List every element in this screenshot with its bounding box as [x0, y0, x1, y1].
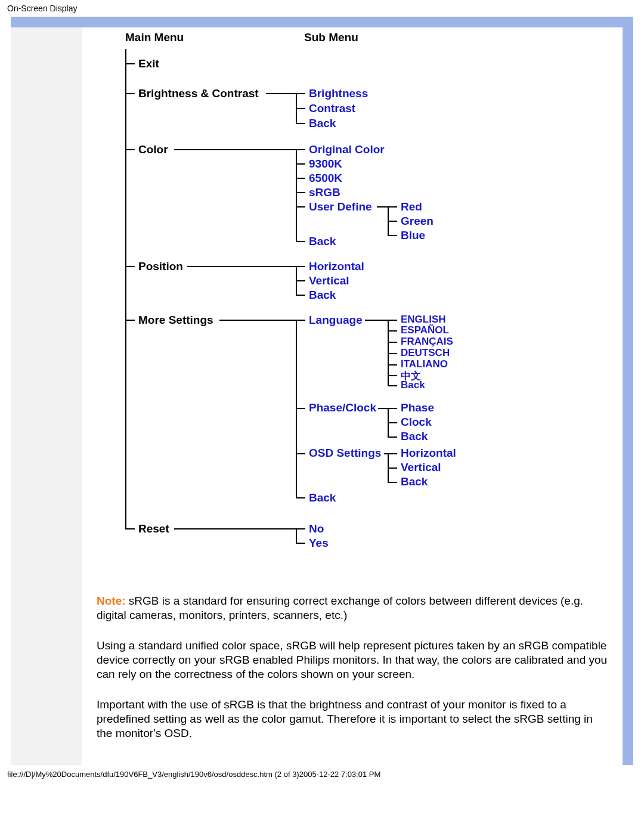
tree-line	[296, 453, 305, 454]
osd-tree-diagram: Main Menu Sub Menu Exit Brightness & Con…	[97, 27, 608, 576]
tree-line	[187, 266, 296, 267]
tree-line	[365, 320, 388, 321]
tree-line	[388, 385, 397, 386]
sub-horizontal: Horizontal	[309, 260, 364, 273]
tree-line	[296, 206, 305, 208]
tree-line	[296, 280, 305, 281]
tree-line	[378, 408, 388, 409]
note-paragraph: Note: sRGB is a standard for ensuring co…	[97, 594, 608, 623]
tert-deutsch: DEUTSCH	[401, 347, 450, 359]
tree-line	[296, 93, 305, 94]
sub-menu-header: Sub Menu	[304, 31, 358, 44]
tree-line	[296, 123, 305, 124]
sub-brightness: Brightness	[309, 87, 368, 100]
tert-osd-horizontal: Horizontal	[401, 447, 456, 460]
header-title: On-Screen Display	[0, 0, 644, 17]
footer-path: file:///D|/My%20Documents/dfu/190V6FB_V3…	[0, 765, 644, 784]
sub-back-color: Back	[309, 235, 336, 248]
tree-line	[125, 93, 135, 94]
tert-italiano: ITALIANO	[401, 358, 448, 370]
tert-blue: Blue	[401, 229, 425, 242]
tree-line	[388, 364, 397, 366]
sub-6500k: 6500K	[309, 172, 342, 185]
menu-brightness-contrast: Brightness & Contrast	[138, 87, 259, 100]
sub-user-define: User Define	[309, 200, 372, 213]
menu-position: Position	[138, 260, 183, 273]
tree-line	[296, 108, 305, 109]
sub-contrast: Contrast	[309, 102, 355, 115]
tree-line	[296, 497, 305, 498]
tree-line	[296, 408, 305, 409]
tree-line	[388, 422, 397, 423]
tree-line	[388, 342, 397, 343]
tert-osd-vertical: Vertical	[401, 461, 441, 474]
note-rest: sRGB is a standard for ensuring correct …	[97, 594, 583, 621]
menu-exit: Exit	[138, 57, 159, 70]
description-paragraphs: Note: sRGB is a standard for ensuring co…	[97, 576, 608, 741]
tree-line	[174, 528, 296, 529]
paragraph-srgb-important: Important with the use of sRGB is that t…	[97, 698, 608, 741]
tree-line	[174, 149, 296, 150]
tert-phase: Phase	[401, 401, 434, 414]
tree-line	[388, 235, 397, 236]
page-frame: Main Menu Sub Menu Exit Brightness & Con…	[11, 17, 633, 765]
tert-red: Red	[401, 200, 422, 213]
tree-line	[296, 528, 297, 543]
tree-line	[296, 178, 305, 179]
sub-vertical: Vertical	[309, 274, 349, 287]
tree-line	[388, 375, 397, 376]
tree-line	[125, 63, 135, 64]
tree-line	[296, 163, 305, 165]
tert-espanol: ESPAÑOL	[401, 324, 449, 336]
left-sidebar	[11, 27, 82, 765]
tree-line	[388, 408, 397, 409]
tree-line	[296, 149, 305, 150]
tree-line	[388, 453, 397, 454]
tert-back-osd: Back	[401, 475, 428, 488]
tert-back-lang: Back	[401, 379, 425, 391]
tree-line	[125, 528, 135, 529]
main-menu-header: Main Menu	[125, 31, 184, 44]
tree-line	[296, 241, 305, 242]
sub-srgb: sRGB	[309, 186, 340, 199]
tert-english: ENGLISH	[401, 314, 446, 326]
tree-line	[388, 436, 397, 438]
tree-line	[296, 528, 305, 529]
tree-line	[296, 266, 305, 267]
sub-no: No	[309, 522, 324, 535]
paragraph-srgb-unified: Using a standard unified color space, sR…	[97, 639, 608, 682]
tree-line	[388, 467, 397, 469]
tree-line	[296, 192, 305, 193]
sub-back-bc: Back	[309, 117, 336, 130]
menu-color: Color	[138, 143, 168, 156]
tree-line	[388, 320, 397, 321]
content-area: Main Menu Sub Menu Exit Brightness & Con…	[82, 27, 623, 765]
tree-line	[388, 353, 397, 354]
tree-line	[125, 266, 135, 267]
tert-clock: Clock	[401, 416, 432, 429]
tert-back-pc: Back	[401, 430, 428, 443]
sub-original-color: Original Color	[309, 143, 385, 156]
tree-line	[125, 320, 135, 321]
tree-line	[125, 149, 135, 150]
tree-line	[377, 206, 388, 208]
tree-line	[388, 221, 397, 222]
tert-green: Green	[401, 215, 434, 228]
menu-more-settings: More Settings	[138, 314, 213, 327]
tree-line	[296, 295, 305, 296]
tree-line	[296, 320, 305, 321]
tree-line	[125, 49, 126, 528]
note-label: Note:	[97, 594, 126, 607]
tree-line	[296, 543, 305, 544]
sub-language: Language	[309, 314, 363, 327]
sub-back-ms: Back	[309, 491, 336, 504]
tree-line	[388, 330, 397, 332]
sub-yes: Yes	[309, 537, 329, 550]
sub-osd-settings: OSD Settings	[309, 447, 381, 460]
tree-line	[219, 320, 296, 321]
tert-francais: FRANÇAIS	[401, 336, 453, 348]
menu-reset: Reset	[138, 522, 169, 535]
tree-line	[388, 206, 397, 208]
tree-line	[266, 93, 296, 94]
sub-phase-clock: Phase/Clock	[309, 401, 376, 414]
